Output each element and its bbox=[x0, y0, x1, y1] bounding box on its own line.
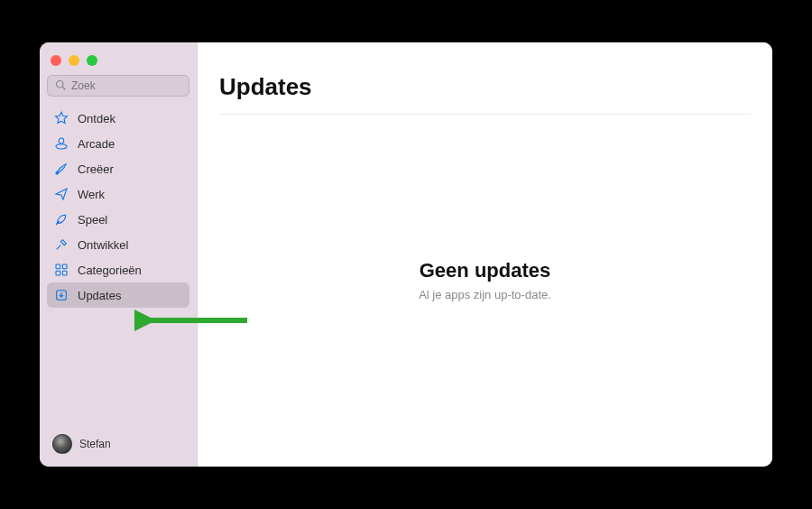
sidebar-item-label: Werk bbox=[78, 188, 105, 201]
rocket-icon bbox=[54, 212, 69, 227]
sidebar-item-create[interactable]: Creëer bbox=[47, 156, 189, 181]
empty-state: Geen updates Al je apps zijn up-to-date. bbox=[219, 115, 751, 445]
window-controls bbox=[47, 51, 189, 75]
svg-rect-7 bbox=[62, 271, 67, 275]
sidebar-item-label: Creëer bbox=[78, 162, 114, 176]
hammer-icon bbox=[54, 237, 69, 252]
download-icon bbox=[54, 288, 69, 302]
sidebar-nav: Ontdek Arcade Creëer Werk bbox=[47, 106, 189, 308]
main-content: Updates Geen updates Al je apps zijn up-… bbox=[198, 42, 772, 467]
sidebar-item-develop[interactable]: Ontwikkel bbox=[47, 232, 189, 257]
search-icon bbox=[55, 79, 66, 93]
close-window-button[interactable] bbox=[51, 55, 61, 66]
svg-line-1 bbox=[62, 87, 65, 89]
account-button[interactable]: Stefan bbox=[47, 430, 189, 458]
svg-point-0 bbox=[57, 80, 64, 88]
sidebar-item-arcade[interactable]: Arcade bbox=[47, 131, 189, 156]
sidebar-item-work[interactable]: Werk bbox=[47, 181, 189, 207]
empty-heading: Geen updates bbox=[420, 259, 550, 282]
arcade-icon bbox=[54, 136, 69, 151]
sidebar-item-play[interactable]: Speel bbox=[47, 207, 189, 232]
sidebar-item-label: Arcade bbox=[78, 137, 115, 151]
fullscreen-window-button[interactable] bbox=[87, 55, 97, 66]
empty-subtext: Al je apps zijn up-to-date. bbox=[419, 288, 551, 301]
sidebar-item-categories[interactable]: Categorieën bbox=[47, 257, 189, 282]
svg-rect-6 bbox=[56, 271, 60, 275]
paperplane-icon bbox=[54, 187, 69, 201]
sidebar-item-discover[interactable]: Ontdek bbox=[47, 106, 189, 131]
sidebar-item-updates[interactable]: Updates bbox=[47, 282, 189, 308]
sidebar-item-label: Ontwikkel bbox=[78, 238, 128, 252]
svg-point-2 bbox=[56, 144, 67, 149]
sidebar-item-label: Updates bbox=[78, 289, 121, 302]
sidebar: Zoek Ontdek Arcade Creëer bbox=[40, 42, 198, 467]
svg-rect-4 bbox=[56, 264, 60, 269]
minimize-window-button[interactable] bbox=[69, 55, 79, 66]
sidebar-item-label: Ontdek bbox=[78, 112, 115, 125]
search-placeholder: Zoek bbox=[71, 79, 96, 92]
search-input[interactable]: Zoek bbox=[47, 75, 189, 97]
page-title: Updates bbox=[219, 73, 751, 115]
user-name: Stefan bbox=[79, 438, 111, 450]
sidebar-item-label: Categorieën bbox=[78, 264, 142, 277]
sidebar-item-label: Speel bbox=[78, 213, 107, 227]
avatar bbox=[52, 434, 72, 454]
star-icon bbox=[54, 111, 69, 125]
svg-rect-5 bbox=[62, 264, 67, 269]
brush-icon bbox=[54, 162, 69, 176]
grid-icon bbox=[54, 263, 69, 277]
app-window: Zoek Ontdek Arcade Creëer bbox=[40, 42, 772, 467]
